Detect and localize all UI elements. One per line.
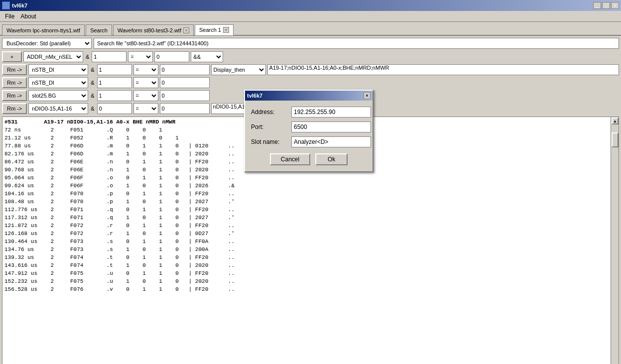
modal-close-button[interactable]: × (364, 92, 371, 99)
port-input[interactable] (291, 121, 371, 132)
cancel-button[interactable]: Cancel (270, 153, 310, 165)
slot-input[interactable] (291, 136, 371, 147)
slot-row: Slot name: (251, 136, 367, 147)
address-input[interactable] (291, 107, 371, 118)
port-label: Port: (251, 123, 288, 130)
modal-overlay: tvl6k7 × Address: Port: Slot name: Cance… (0, 0, 621, 364)
address-label: Address: (251, 109, 288, 116)
ok-button[interactable]: Ok (315, 153, 348, 165)
modal-title: tvl6k7 (247, 93, 262, 99)
modal-dialog: tvl6k7 × Address: Port: Slot name: Cance… (244, 90, 373, 172)
slot-label: Slot name: (251, 138, 288, 145)
modal-title-bar: tvl6k7 × (245, 91, 373, 101)
modal-body: Address: Port: Slot name: Cancel Ok (245, 101, 373, 171)
address-row: Address: (251, 107, 367, 118)
modal-buttons: Cancel Ok (251, 153, 367, 165)
port-row: Port: (251, 121, 367, 132)
